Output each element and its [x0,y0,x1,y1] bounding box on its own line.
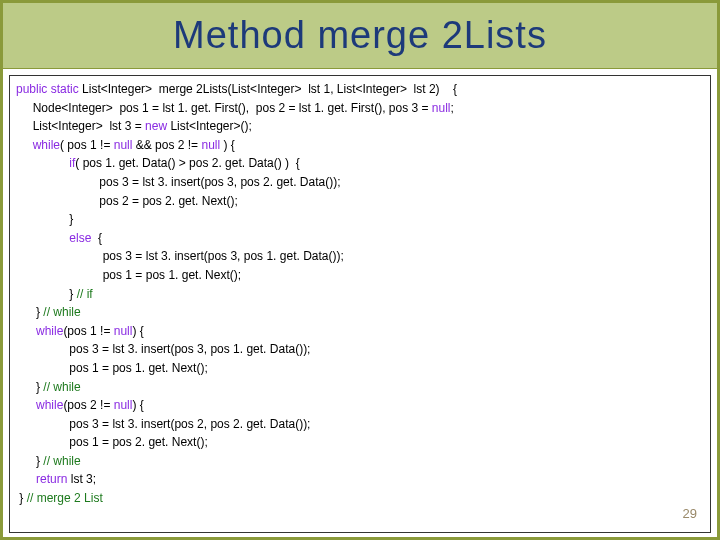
keyword-new: new [145,119,167,133]
code-text: } [16,380,43,394]
code-text: } [16,491,27,505]
code-text: } [16,454,43,468]
code-text: pos 3 = lst 3. insert(pos 3, pos 2. get.… [16,175,340,189]
code-text: ( pos 1. get. Data() > pos 2. get. Data(… [75,156,299,170]
code-text: pos 1 = pos 1. get. Next(); [16,268,241,282]
keyword-null: null [114,398,133,412]
code-text: List<Integer> merge 2Lists(List<Integer>… [79,82,457,96]
code-text [16,324,36,338]
keyword-else: else [69,231,91,245]
code-text [16,138,33,152]
code-text: pos 1 = pos 1. get. Next(); [16,361,208,375]
code-text [16,472,36,486]
code-text: && pos 2 != [132,138,201,152]
slide-number: 29 [683,506,697,521]
code-text [16,398,36,412]
keyword-while: while [33,138,60,152]
code-text: lst 3; [67,472,96,486]
code-text: } [16,212,73,226]
code-text: (pos 1 != [63,324,113,338]
keyword-null: null [114,138,133,152]
code-text: pos 1 = pos 2. get. Next(); [16,435,208,449]
code-text: { [91,231,102,245]
code-text: pos 3 = lst 3. insert(pos 3, pos 1. get.… [16,249,344,263]
keyword-while: while [36,324,63,338]
comment: // while [43,380,80,394]
code-text: ) { [220,138,235,152]
code-text: ; [451,101,454,115]
code-block: public static List<Integer> merge 2Lists… [16,80,704,508]
code-text: pos 2 = pos 2. get. Next(); [16,194,238,208]
code-text: } [16,305,43,319]
code-text [16,231,69,245]
keyword-null: null [114,324,133,338]
keyword-public-static: public static [16,82,79,96]
slide-title: Method merge 2Lists [173,14,547,57]
code-text: ( pos 1 != [60,138,114,152]
code-text: ) { [132,324,143,338]
code-text: List<Integer>(); [167,119,252,133]
title-bar: Method merge 2Lists [3,3,717,69]
comment: // while [43,454,80,468]
keyword-null: null [432,101,451,115]
code-text: List<Integer> lst 3 = [16,119,145,133]
comment: // merge 2 List [27,491,103,505]
code-text: pos 3 = lst 3. insert(pos 3, pos 1. get.… [16,342,310,356]
code-text: (pos 2 != [63,398,113,412]
code-text: Node<Integer> pos 1 = lst 1. get. First(… [16,101,432,115]
comment: // if [77,287,93,301]
code-text: pos 3 = lst 3. insert(pos 2, pos 2. get.… [16,417,310,431]
keyword-return: return [36,472,67,486]
keyword-while: while [36,398,63,412]
code-box: public static List<Integer> merge 2Lists… [9,75,711,533]
keyword-null: null [201,138,220,152]
code-text: } [16,287,77,301]
code-text: ) { [132,398,143,412]
comment: // while [43,305,80,319]
code-text [16,156,69,170]
